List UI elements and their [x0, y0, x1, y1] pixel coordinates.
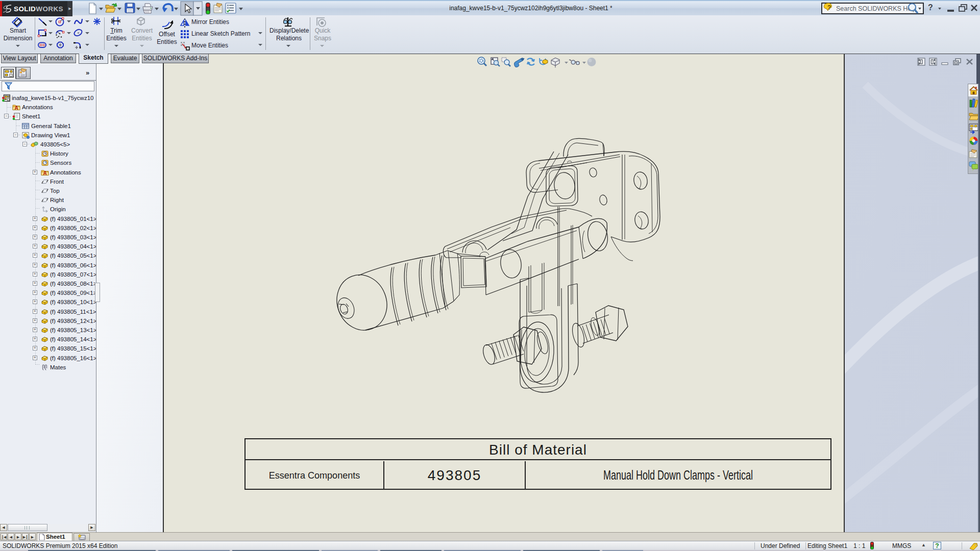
svg-text:?: ? — [827, 4, 831, 11]
svg-text:SOLIDWORKS: SOLIDWORKS — [14, 5, 63, 13]
svg-text:?: ? — [935, 542, 939, 549]
